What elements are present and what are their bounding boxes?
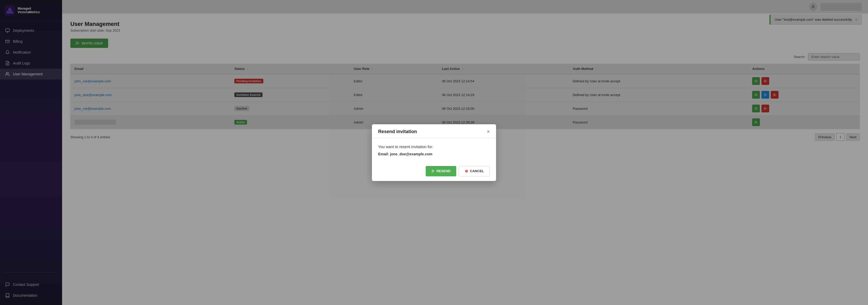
play-icon [431, 169, 435, 173]
modal-cancel-button[interactable]: ⊗ CANCEL [459, 166, 490, 176]
svg-marker-32 [432, 170, 434, 172]
modal-overlay: Resend invitation × You want to resent i… [0, 0, 868, 305]
modal-body: You want to resent invitation for: Email… [372, 138, 496, 162]
modal-email-row: Email: jone_doe@example.com [378, 152, 490, 156]
modal-header: Resend invitation × [372, 124, 496, 138]
resend-invitation-modal: Resend invitation × You want to resent i… [372, 124, 496, 181]
modal-email-label: Email: [378, 152, 389, 156]
modal-email-value: jone_doe@example.com [390, 152, 432, 156]
modal-title: Resend invitation [378, 129, 417, 134]
modal-footer: RESEND ⊗ CANCEL [372, 162, 496, 181]
modal-resend-button[interactable]: RESEND [426, 166, 456, 176]
cancel-icon: ⊗ [465, 169, 468, 173]
modal-description: You want to resent invitation for: [378, 144, 490, 149]
modal-close-button[interactable]: × [487, 129, 490, 134]
main-area: User Management Subscription start date:… [62, 0, 868, 305]
